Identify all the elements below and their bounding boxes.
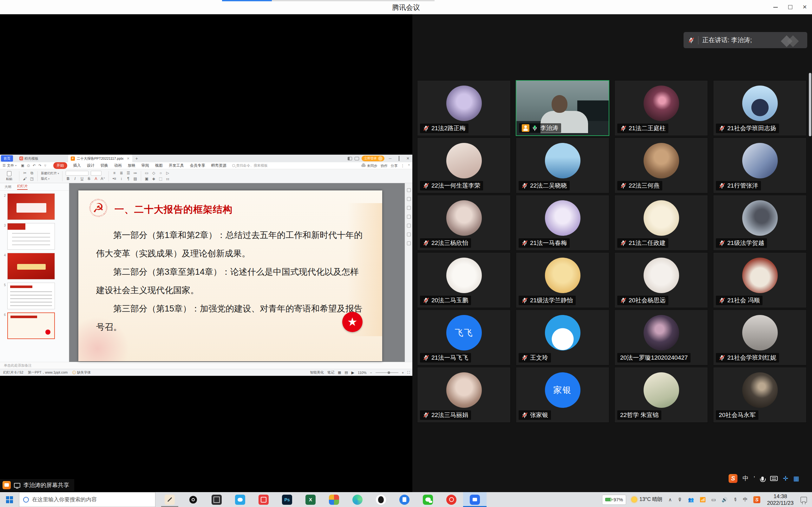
new-tab-button[interactable]: + [136, 156, 138, 161]
zoom-out-icon[interactable]: − [370, 371, 372, 375]
toolbox-icon[interactable]: ✛ [783, 475, 788, 482]
grid-icon[interactable]: ▦ [793, 475, 799, 482]
outline-tab[interactable]: 大纲 [4, 184, 11, 189]
toolbar-icon[interactable]: ⧉ [30, 171, 34, 176]
participant-tile[interactable]: 22法二吴晓晓 [516, 137, 609, 193]
toolbar-icon[interactable]: ≡ [112, 171, 117, 176]
slide-layout-button[interactable]: 版式▾ [41, 176, 59, 181]
hidden-icons-chevron[interactable]: ∧ [665, 492, 675, 507]
tray-people-icon[interactable]: 👥 [685, 492, 697, 507]
rail-icon[interactable] [407, 241, 411, 245]
toolbar-icon[interactable]: •≡ [112, 176, 117, 181]
underline-button[interactable]: U [80, 176, 84, 181]
ribbon-tab-开始[interactable]: 开始 [53, 162, 67, 169]
taskbar-app-tasks[interactable] [205, 492, 229, 507]
toolbar-icon[interactable]: ▷ [165, 171, 170, 176]
taskbar-search-input[interactable]: 在这里输入你要搜索的内容 [19, 492, 155, 507]
ribbon-tab-开发工具[interactable]: 开发工具 [169, 163, 184, 168]
quick-access-toolbar[interactable]: ▣ ⎙ ↶ ↷ ▽ [21, 164, 46, 168]
document-tab[interactable]: P 二十大报告PPT20221117.pptx ✕ [68, 155, 132, 162]
more-menu-icon[interactable]: ⋮ [401, 164, 404, 168]
slide-thumbnail-2[interactable] [7, 193, 55, 220]
ime-punctuation[interactable]: ’ [754, 475, 755, 482]
ribbon-tab-会员专享[interactable]: 会员专享 [190, 163, 205, 168]
participant-tile[interactable]: 21法一马春梅 [516, 195, 609, 250]
font-size-select[interactable] [91, 171, 101, 176]
ribbon-tab-视图[interactable]: 视图 [155, 163, 163, 168]
rail-icon[interactable] [407, 206, 411, 210]
collapse-ribbon-icon[interactable]: ⌃ [408, 164, 410, 168]
ribbon-tab-设计[interactable]: 设计 [87, 163, 95, 168]
ribbon-tab-切换[interactable]: 切换 [101, 163, 108, 168]
participant-tile[interactable]: 21社会学班田志扬 [713, 80, 807, 136]
participant-tile[interactable]: 21级法学贺越 [713, 195, 807, 250]
network-icon[interactable]: 📶 [697, 492, 709, 507]
taskbar-app-qq[interactable] [369, 492, 393, 507]
taskbar-app-tencent-meeting[interactable] [463, 492, 487, 507]
toolbar-icon[interactable]: ⚏ [165, 176, 170, 181]
maximize-button[interactable] [783, 0, 798, 14]
ribbon-tab-稻壳资源[interactable]: 稻壳资源 [211, 163, 226, 168]
toolbar-icon[interactable]: 🖌 [22, 176, 27, 181]
toolbar-icon[interactable]: ≣ [119, 171, 124, 176]
toolbar-icon[interactable]: ▣ [144, 176, 149, 181]
tab-close-icon[interactable]: ✕ [127, 157, 130, 161]
layout-switch-icon[interactable] [348, 157, 352, 160]
file-menu[interactable]: ☰ 文件 ▾ [3, 163, 16, 168]
battery-indicator[interactable]: 97% [602, 495, 626, 505]
toolbar-icon[interactable]: ○ [158, 171, 163, 176]
rail-icon[interactable] [407, 188, 411, 192]
taskbar-app-edge[interactable] [346, 492, 369, 507]
taskbar-app-docs-blue[interactable] [393, 492, 416, 507]
taskbar-app-sketch[interactable] [158, 492, 182, 507]
ribbon-tab-动画[interactable]: 动画 [114, 163, 122, 168]
voice-input-icon[interactable] [761, 476, 764, 481]
collab-button[interactable]: 协作 [380, 164, 388, 168]
zoom-slider[interactable] [375, 372, 398, 373]
sogou-ime-bar[interactable]: S 中 ’ ✛ ▦ [728, 473, 799, 484]
screen-share-status-pill[interactable]: 李治涛的屏幕共享 [0, 479, 74, 491]
toolbar-icon[interactable]: ▤ [133, 176, 138, 181]
ribbon-tab-插入[interactable]: 插入 [73, 163, 81, 168]
participant-tile[interactable]: 22法三马丽娟 [417, 367, 511, 423]
participant-tile[interactable]: 家银 张家银 [516, 367, 609, 423]
redo-icon[interactable]: ↷ [38, 164, 41, 168]
participant-tile[interactable]: 20法二马玉鹏 [417, 252, 511, 308]
slide-thumbnail-5[interactable] [7, 283, 55, 309]
participant-tile[interactable]: 21社会 冯顺 [713, 252, 807, 308]
taskbar-app-wechat[interactable] [416, 492, 440, 507]
font-color-button[interactable]: A [94, 176, 98, 181]
participant-tile[interactable]: 20社会马永军 [713, 367, 807, 423]
slide-thumbnail-4[interactable] [7, 253, 55, 279]
undo-icon[interactable]: ↶ [33, 164, 36, 168]
participant-tile[interactable]: 22法三杨欣怡 [417, 195, 511, 250]
ribbon-tab-放映[interactable]: 放映 [128, 163, 136, 168]
participant-tile[interactable]: 21法2路正梅 [417, 80, 511, 136]
italic-button[interactable]: I [72, 176, 78, 181]
missing-font-warning[interactable]: ! 缺失字体 [72, 370, 91, 375]
soft-keyboard-icon[interactable] [770, 476, 778, 481]
strikethrough-button[interactable]: S [87, 176, 91, 181]
taskbar-app-red-note[interactable] [252, 492, 275, 507]
zoom-in-icon[interactable]: + [402, 371, 404, 375]
participant-tile[interactable]: 21法二任政建 [614, 195, 708, 250]
participant-tile[interactable]: 20法一罗璇12020240427 [614, 309, 708, 365]
slideshow-play-icon[interactable]: ▶ [351, 371, 354, 375]
weather-widget[interactable]: 13°C 晴朗 [628, 492, 665, 507]
toolbar-icon[interactable]: ☰ [126, 171, 131, 176]
sorter-view-icon[interactable]: ▤ [345, 371, 348, 375]
toolbar-icon[interactable]: ◇ [151, 171, 156, 176]
taskbar-app-store[interactable] [322, 492, 346, 507]
command-search[interactable]: 查找命令、搜索模板 [232, 163, 268, 168]
taskbar-app-black-circle[interactable] [182, 492, 205, 507]
tray-battery-icon[interactable]: ▭ [709, 492, 719, 507]
wps-home-tab[interactable]: 首页 [1, 155, 13, 162]
more-icon[interactable]: ▽ [44, 164, 46, 167]
wps-restore-button[interactable] [396, 156, 402, 161]
notes-button[interactable]: 笔记 [327, 370, 334, 375]
wps-minimize-button[interactable]: ─ [387, 156, 393, 161]
wps-template-tab[interactable]: 稻 稻壳模板 [17, 155, 41, 162]
bold-button[interactable]: B [66, 176, 70, 181]
wps-close-button[interactable]: ✕ [405, 156, 411, 161]
toolbar-icon[interactable]: ¶ [126, 176, 131, 181]
